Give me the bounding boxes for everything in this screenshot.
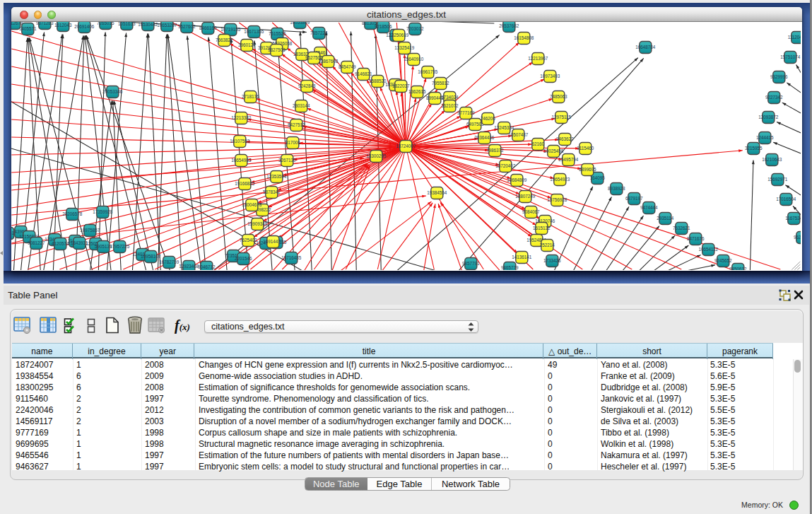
svg-text:16654983: 16654983 (231, 158, 252, 163)
svg-text:1588520: 1588520 (369, 78, 387, 83)
svg-text:12093872: 12093872 (758, 115, 779, 119)
svg-text:19756928: 19756928 (547, 197, 567, 202)
svg-text:10653287: 10653287 (157, 23, 177, 28)
svg-text:2803144: 2803144 (293, 103, 310, 108)
svg-text:9218506: 9218506 (375, 24, 392, 29)
svg-text:9624501: 9624501 (794, 235, 801, 240)
svg-text:2935114: 2935114 (657, 216, 674, 221)
svg-text:8466160: 8466160 (199, 25, 217, 30)
svg-text:9465779: 9465779 (501, 265, 519, 270)
svg-text:12923468: 12923468 (179, 264, 199, 269)
svg-text:18807249: 18807249 (515, 194, 536, 199)
svg-text:8454749: 8454749 (339, 64, 356, 69)
svg-text:17957225: 17957225 (110, 244, 130, 249)
svg-text:1362615: 1362615 (408, 89, 426, 94)
svg-text:18004678: 18004678 (242, 202, 262, 207)
svg-text:13245334: 13245334 (494, 125, 514, 130)
svg-text:7265015: 7265015 (97, 22, 114, 25)
svg-text:16782759: 16782759 (159, 259, 180, 264)
svg-text:20053346: 20053346 (102, 89, 123, 94)
svg-text:16530442: 16530442 (138, 22, 158, 27)
svg-text:13325419: 13325419 (394, 45, 415, 50)
svg-text:9081227: 9081227 (28, 240, 45, 245)
svg-text:62160: 62160 (531, 141, 544, 146)
svg-text:16210643: 16210643 (762, 157, 782, 162)
svg-text:9463627: 9463627 (556, 136, 574, 141)
svg-text:9371283: 9371283 (36, 22, 54, 25)
svg-text:12975115: 12975115 (551, 115, 571, 119)
svg-text:7663822: 7663822 (216, 37, 233, 42)
svg-text:20206578: 20206578 (62, 211, 83, 216)
svg-text:9450612: 9450612 (729, 267, 747, 270)
svg-text:15720407: 15720407 (495, 163, 516, 168)
svg-text:6734024: 6734024 (441, 95, 459, 100)
svg-text:9457791: 9457791 (462, 261, 480, 266)
svg-text:13250619: 13250619 (389, 33, 409, 37)
svg-text:20537682: 20537682 (499, 23, 519, 28)
svg-text:746206: 746206 (480, 116, 495, 121)
svg-text:10719155: 10719155 (220, 27, 241, 32)
svg-text:317006: 317006 (285, 140, 300, 145)
svg-text:16107553: 16107553 (230, 139, 250, 144)
svg-text:1167534: 1167534 (785, 216, 801, 221)
svg-text:12213382: 12213382 (231, 115, 252, 120)
svg-text:19384554: 19384554 (427, 190, 447, 195)
svg-text:14136141: 14136141 (512, 255, 532, 259)
svg-text:7625402: 7625402 (240, 238, 257, 243)
svg-text:17016504: 17016504 (776, 197, 796, 201)
svg-text:17359928: 17359928 (93, 209, 113, 214)
svg-text:9084067: 9084067 (522, 209, 540, 214)
svg-text:7955812: 7955812 (432, 81, 449, 86)
svg-text:9474444: 9474444 (640, 205, 658, 210)
svg-text:19166825: 19166825 (235, 181, 255, 186)
svg-text:8471676: 8471676 (687, 236, 705, 241)
svg-text:9245652: 9245652 (714, 258, 732, 263)
svg-text:8427512: 8427512 (288, 122, 305, 127)
svg-text:15495794: 15495794 (558, 157, 579, 162)
svg-text:15716485: 15716485 (281, 255, 302, 260)
svg-text:4120574: 4120574 (52, 241, 69, 246)
svg-text:9777169: 9777169 (457, 110, 475, 115)
svg-text:16053809: 16053809 (290, 22, 310, 25)
svg-text:12353594: 12353594 (266, 174, 287, 179)
svg-text:9115460: 9115460 (577, 146, 594, 151)
svg-text:16961755: 16961755 (418, 69, 438, 74)
svg-text:10507487: 10507487 (508, 132, 529, 137)
svg-text:12213967: 12213967 (528, 56, 548, 61)
svg-text:18724007: 18724007 (396, 144, 416, 148)
svg-text:7986372: 7986372 (486, 148, 504, 153)
svg-text:9242848: 9242848 (298, 83, 316, 88)
svg-text:15909348: 15909348 (247, 221, 268, 226)
svg-text:1733426: 1733426 (543, 258, 561, 263)
svg-text:2718176: 2718176 (242, 94, 259, 99)
svg-text:1527602: 1527602 (178, 24, 196, 29)
svg-text:15751074: 15751074 (780, 54, 801, 59)
svg-text:1843931: 1843931 (71, 240, 88, 245)
svg-text:10654112: 10654112 (698, 247, 718, 252)
svg-text:3267130: 3267130 (278, 158, 296, 163)
svg-text:19654923: 19654923 (550, 177, 570, 182)
svg-text:15640910: 15640910 (404, 57, 424, 62)
svg-text:10975857: 10975857 (80, 228, 100, 233)
svg-text:20364436: 20364436 (474, 135, 495, 140)
svg-text:7203012: 7203012 (406, 26, 424, 31)
svg-text:10973493: 10973493 (540, 74, 560, 78)
svg-text:9827503: 9827503 (268, 47, 286, 52)
svg-text:9046712: 9046712 (198, 264, 216, 269)
svg-text:9146821: 9146821 (355, 71, 372, 76)
svg-text:9329996: 9329996 (770, 74, 788, 79)
svg-text:18300295: 18300295 (366, 153, 387, 158)
svg-text:1405571: 1405571 (19, 26, 37, 31)
svg-text:8938928: 8938928 (608, 186, 625, 191)
svg-text:20691406: 20691406 (74, 24, 95, 29)
svg-text:23867608: 23867608 (318, 59, 339, 64)
svg-text:11120432: 11120432 (787, 35, 800, 40)
svg-text:2201546: 2201546 (235, 256, 252, 261)
svg-text:1822037: 1822037 (392, 83, 410, 88)
svg-text:7857224: 7857224 (310, 30, 328, 35)
svg-text:7485063: 7485063 (550, 94, 567, 99)
svg-text:3960124: 3960124 (238, 42, 256, 47)
svg-text:3215955: 3215955 (745, 146, 763, 151)
svg-text:16914479: 16914479 (263, 239, 283, 244)
svg-text:16671355: 16671355 (244, 29, 264, 34)
